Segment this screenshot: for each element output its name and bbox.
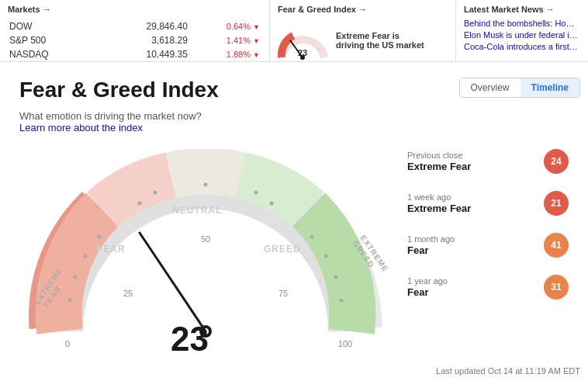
svg-point-12 [310,235,314,239]
svg-point-7 [138,202,142,206]
news-item[interactable]: Behind the bombshells: How the l... [464,19,580,28]
last-updated: Last updated Oct 14 at 11:19 AM EDT [436,366,580,376]
market-value: 10,449.35 [93,48,188,61]
news-items: Behind the bombshells: How the l...Elon … [464,19,580,51]
stat-label: Extreme Fear [407,161,544,172]
tab-timeline[interactable]: Timeline [521,78,579,97]
mini-gauge-svg: 23 [278,19,328,61]
stat-period: 1 week ago [407,192,544,202]
stat-badge: 31 [544,275,569,300]
tabs-container: OverviewTimeline [459,78,580,98]
svg-point-10 [254,191,258,195]
stat-info: 1 year ago Fear [407,276,544,298]
fear-greed-mini-section: Fear & Greed Index → 23 Extreme Fear is … [270,0,456,61]
news-title[interactable]: Latest Market News → [464,5,580,14]
svg-point-3 [68,299,72,303]
svg-point-2 [300,55,305,60]
fear-greed-mini-title[interactable]: Fear & Greed Index → [278,5,448,14]
svg-point-4 [74,275,78,279]
main-content: Fear & Greed Index What emotion is drivi… [0,62,588,382]
stat-label: Extreme Fear [407,203,544,214]
news-item[interactable]: Elon Musk is under federal investi... [464,30,580,40]
svg-text:100: 100 [338,339,352,348]
markets-title[interactable]: Markets → [8,5,261,14]
learn-more-link[interactable]: Learn more about the index [19,122,143,133]
news-item[interactable]: Coca-Cola introduces a first-of-its... [464,42,580,51]
gauge-area: 0 25 50 75 100 EXTREMEFEAR FEAR NEUTRAL … [19,149,569,366]
stat-info: 1 month ago Fear [407,234,544,256]
svg-text:75: 75 [278,289,288,298]
stat-period: 1 month ago [407,234,544,244]
svg-point-14 [334,275,338,279]
svg-text:50: 50 [201,234,210,244]
market-value: 29,846.40 [93,20,188,33]
stat-row: 1 year ago Fear 31 [407,275,569,300]
main-gauge-svg: 0 25 50 75 100 [19,149,392,351]
market-change: 1.41% ▼ [189,34,260,47]
svg-text:0: 0 [65,339,70,348]
svg-point-13 [324,255,328,258]
market-row: S&P 500 3,618.29 1.41% ▼ [9,34,260,47]
svg-text:25: 25 [123,289,133,298]
stat-badge: 41 [544,233,569,258]
market-row: NASDAQ 10,449.35 1.88% ▼ [9,48,260,61]
svg-point-15 [340,299,344,303]
stat-period: 1 year ago [407,276,544,286]
stat-label: Fear [407,244,544,256]
stat-badge: 24 [544,149,569,174]
svg-point-5 [84,255,88,258]
markets-section: Markets → DOW 29,846.40 0.64% ▼ S&P 500 … [0,0,270,61]
markets-table: DOW 29,846.40 0.64% ▼ S&P 500 3,618.29 1… [8,19,261,62]
stat-badge: 21 [544,191,569,216]
fear-greed-mini: 23 Extreme Fear is driving the US market [278,19,448,61]
market-change: 0.64% ▼ [189,20,260,33]
stat-info: Previous close Extreme Fear [407,151,544,172]
market-row: DOW 29,846.40 0.64% ▼ [9,20,260,33]
stat-row: 1 week ago Extreme Fear 21 [407,191,569,216]
stat-row: Previous close Extreme Fear 24 [407,149,569,174]
market-label: DOW [9,20,92,33]
svg-line-16 [140,233,206,331]
gauge-container: 0 25 50 75 100 EXTREMEFEAR FEAR NEUTRAL … [19,149,392,366]
svg-point-18 [202,328,209,334]
svg-point-8 [154,191,157,195]
svg-point-11 [270,202,274,206]
svg-point-6 [98,235,102,239]
top-nav: Markets → DOW 29,846.40 0.64% ▼ S&P 500 … [0,0,588,62]
market-change: 1.88% ▼ [189,48,260,61]
subtitle: What emotion is driving the market now? [19,110,569,122]
market-label: NASDAQ [9,48,92,61]
news-section: Latest Market News → Behind the bombshel… [456,0,588,61]
stats-panel: Previous close Extreme Fear 24 1 week ag… [392,149,569,317]
stat-row: 1 month ago Fear 41 [407,233,569,258]
tab-overview[interactable]: Overview [460,78,521,97]
market-label: S&P 500 [9,34,92,47]
stat-info: 1 week ago Extreme Fear [407,192,544,214]
stat-period: Previous close [407,151,544,160]
fear-greed-mini-desc: Extreme Fear is driving the US market [336,31,429,50]
market-value: 3,618.29 [93,34,188,47]
stat-label: Fear [407,286,544,298]
svg-point-9 [204,183,208,187]
